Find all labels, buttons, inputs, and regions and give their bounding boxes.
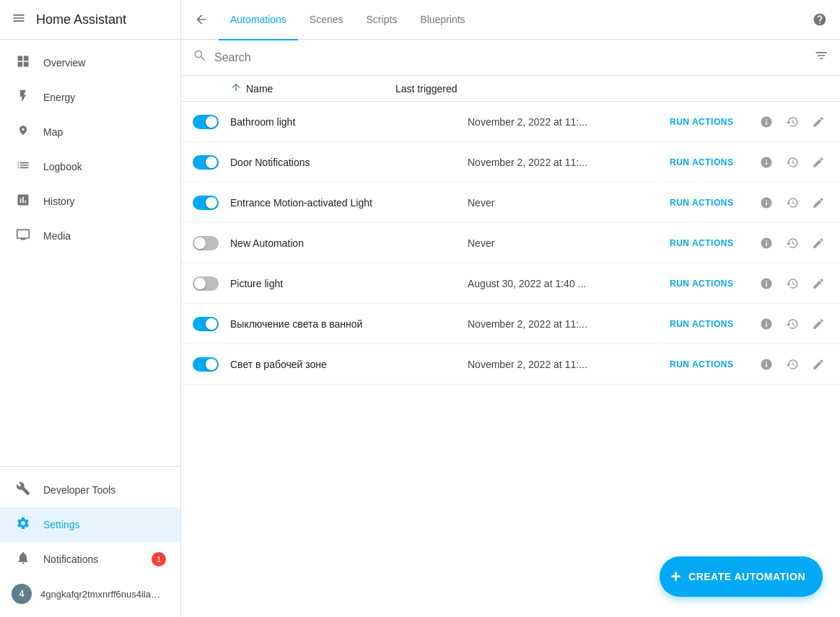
- overview-icon: [14, 54, 32, 72]
- sidebar-item-overview-label: Overview: [43, 57, 85, 69]
- edit-button-door-notifications[interactable]: [808, 151, 828, 174]
- col-last-triggered-header: Last triggered: [395, 83, 598, 95]
- history-button-svet-rabochey[interactable]: [782, 353, 802, 376]
- sidebar-item-map[interactable]: Map: [0, 115, 180, 149]
- search-input[interactable]: [214, 51, 807, 64]
- history-button-door-notifications[interactable]: [782, 151, 802, 174]
- table-row: New Automation Never RUN ACTIONS: [181, 223, 840, 263]
- sidebar-item-energy[interactable]: Energy: [0, 80, 180, 115]
- sidebar-item-settings-label: Settings: [43, 519, 80, 530]
- row-last-triggered-entrance-motion: Never: [468, 197, 670, 209]
- tab-scripts[interactable]: Scripts: [355, 1, 409, 40]
- run-actions-button-vyklyuchenie[interactable]: RUN ACTIONS: [670, 319, 756, 329]
- row-name-entrance-motion: Entrance Motion-activated Light: [230, 197, 468, 209]
- toggle-picture-light[interactable]: [193, 276, 219, 291]
- col-name-header: Name: [230, 82, 395, 95]
- table-row: Entrance Motion-activated Light Never RU…: [181, 183, 840, 223]
- edit-button-vyklyuchenie[interactable]: [808, 312, 828, 336]
- user-avatar: 4: [12, 584, 32, 604]
- table-row: Выключение света в ванной November 2, 20…: [181, 304, 840, 344]
- table-row: Свет в рабочей зоне November 2, 2022 at …: [181, 344, 840, 385]
- notifications-label: Notifications: [43, 553, 98, 565]
- toggle-vyklyuchenie[interactable]: [193, 317, 219, 331]
- map-icon: [14, 123, 32, 141]
- sidebar-item-developer-tools-label: Developer Tools: [43, 484, 115, 496]
- sort-icon: [230, 82, 242, 95]
- row-name-picture-light: Picture light: [230, 278, 468, 289]
- run-actions-button-bathroom-light[interactable]: RUN ACTIONS: [670, 117, 756, 127]
- toggle-new-automation[interactable]: [193, 236, 219, 250]
- menu-icon[interactable]: [12, 11, 26, 29]
- top-nav: Automations Scenes Scripts Blueprints: [181, 0, 840, 40]
- sidebar-item-developer-tools[interactable]: Developer Tools: [0, 473, 180, 507]
- run-actions-button-entrance-motion[interactable]: RUN ACTIONS: [670, 198, 756, 208]
- edit-button-new-automation[interactable]: [808, 232, 828, 255]
- run-actions-button-new-automation[interactable]: RUN ACTIONS: [670, 238, 756, 248]
- back-button[interactable]: [187, 5, 216, 34]
- row-last-triggered-vyklyuchenie: November 2, 2022 at 11:...: [468, 318, 670, 330]
- table-row: Door Notifications November 2, 2022 at 1…: [181, 142, 840, 183]
- history-icon: [14, 193, 32, 211]
- history-button-new-automation[interactable]: [782, 232, 802, 255]
- sidebar-bottom: Developer Tools Settings Notifications 1…: [0, 466, 180, 617]
- run-actions-button-svet-rabochey[interactable]: RUN ACTIONS: [670, 359, 756, 369]
- info-button-entrance-motion[interactable]: [756, 191, 776, 214]
- table-rows: Bathroom light November 2, 2022 at 11:..…: [181, 102, 840, 385]
- history-button-bathroom-light[interactable]: [782, 110, 802, 134]
- history-button-picture-light[interactable]: [782, 272, 802, 295]
- tab-scenes[interactable]: Scenes: [298, 1, 355, 40]
- edit-button-picture-light[interactable]: [808, 272, 828, 295]
- tab-blueprints[interactable]: Blueprints: [408, 1, 476, 40]
- toggle-svet-rabochey[interactable]: [193, 357, 219, 372]
- sidebar-item-history[interactable]: History: [0, 184, 180, 219]
- edit-button-svet-rabochey[interactable]: [808, 353, 828, 376]
- info-button-svet-rabochey[interactable]: [756, 353, 776, 376]
- sidebar-item-settings[interactable]: Settings: [0, 507, 180, 542]
- sidebar-item-media[interactable]: Media: [0, 219, 180, 253]
- row-icons-picture-light: [756, 272, 828, 295]
- create-automation-button[interactable]: + CREATE AUTOMATION: [660, 556, 823, 597]
- info-button-picture-light[interactable]: [756, 272, 776, 295]
- table-header: Name Last triggered: [181, 76, 840, 102]
- tab-automations[interactable]: Automations: [219, 1, 298, 40]
- row-icons-svet-rabochey: [756, 353, 828, 376]
- row-icons-vyklyuchenie: [756, 312, 828, 336]
- toggle-entrance-motion[interactable]: [193, 196, 219, 210]
- run-actions-button-door-notifications[interactable]: RUN ACTIONS: [670, 157, 756, 167]
- fab-label: CREATE AUTOMATION: [688, 571, 805, 582]
- row-name-door-notifications: Door Notifications: [230, 157, 468, 168]
- sidebar-header: Home Assistant: [0, 0, 180, 40]
- energy-icon: [14, 89, 32, 107]
- sidebar: Home Assistant Overview Energy Map Logbo…: [0, 0, 181, 617]
- help-button[interactable]: [805, 5, 834, 34]
- user-row[interactable]: 4 4gngkafqr2tmxnrff6nus4iladi7: [0, 577, 180, 611]
- fab-plus-icon: +: [671, 568, 682, 585]
- notification-badge: 1: [152, 552, 166, 566]
- row-icons-entrance-motion: [756, 191, 828, 214]
- filter-icon[interactable]: [814, 48, 828, 66]
- info-button-new-automation[interactable]: [756, 232, 776, 255]
- history-button-entrance-motion[interactable]: [782, 191, 802, 214]
- toggle-bathroom-light[interactable]: [193, 115, 219, 129]
- row-name-svet-rabochey: Свет в рабочей зоне: [230, 359, 468, 370]
- info-button-door-notifications[interactable]: [756, 151, 776, 174]
- info-button-bathroom-light[interactable]: [756, 110, 776, 134]
- info-button-vyklyuchenie[interactable]: [756, 312, 776, 336]
- sidebar-item-notifications[interactable]: Notifications 1: [0, 542, 180, 577]
- run-actions-button-picture-light[interactable]: RUN ACTIONS: [670, 279, 756, 289]
- edit-button-bathroom-light[interactable]: [808, 110, 828, 134]
- sidebar-item-energy-label: Energy: [43, 92, 75, 103]
- edit-button-entrance-motion[interactable]: [808, 191, 828, 214]
- toggle-door-notifications[interactable]: [193, 155, 219, 170]
- table-row: Bathroom light November 2, 2022 at 11:..…: [181, 102, 840, 142]
- developer-tools-icon: [14, 481, 32, 499]
- sidebar-item-map-label: Map: [43, 126, 63, 138]
- automations-table: Name Last triggered Bathroom light Novem…: [181, 76, 840, 617]
- col-name-label: Name: [246, 83, 273, 95]
- history-button-vyklyuchenie[interactable]: [782, 312, 802, 336]
- sidebar-item-overview[interactable]: Overview: [0, 45, 180, 80]
- sidebar-item-logbook[interactable]: Logbook: [0, 149, 180, 184]
- row-last-triggered-svet-rabochey: November 2, 2022 at 11:...: [468, 359, 670, 370]
- settings-icon: [14, 516, 32, 534]
- row-icons-new-automation: [756, 232, 828, 255]
